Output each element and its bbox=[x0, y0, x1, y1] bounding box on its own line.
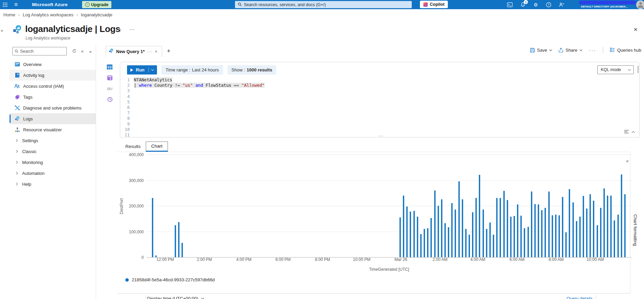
query-tab-more-icon[interactable]: ··· bbox=[147, 49, 153, 54]
sidebar-item-automation[interactable]: Automation bbox=[10, 168, 96, 179]
chart-bar[interactable] bbox=[624, 194, 626, 257]
breadcrumb-workspaces[interactable]: Log Analytics workspaces bbox=[23, 12, 74, 17]
chart-bar[interactable] bbox=[548, 192, 550, 257]
chart-bar[interactable] bbox=[420, 234, 422, 257]
chart-bar[interactable] bbox=[541, 210, 543, 257]
editor-line[interactable]: 3 bbox=[120, 88, 632, 94]
settings-gear-icon[interactable]: ⚙ bbox=[533, 2, 539, 8]
panel-expand-icon[interactable]: » bbox=[1, 28, 3, 33]
chart-bar[interactable] bbox=[406, 206, 408, 257]
editor-line[interactable]: 9 bbox=[120, 121, 632, 127]
display-time-selector[interactable]: Display time (UTC+00:00) bbox=[147, 296, 204, 299]
hamburger-icon[interactable]: ≡ bbox=[10, 1, 22, 8]
editor-resize-handle[interactable]: ⋯ bbox=[378, 133, 383, 138]
chart-bar[interactable] bbox=[593, 201, 594, 257]
tables-pane-icon[interactable] bbox=[106, 63, 113, 70]
chart-bar[interactable] bbox=[610, 196, 612, 257]
chart-bar[interactable] bbox=[621, 175, 622, 257]
chart-bar[interactable] bbox=[579, 217, 581, 257]
chart-bar[interactable] bbox=[569, 189, 570, 257]
chart-bar[interactable] bbox=[427, 228, 428, 257]
favorite-star-icon[interactable]: ☆ bbox=[117, 27, 122, 33]
chart-bar[interactable] bbox=[565, 232, 567, 257]
chart-bar[interactable] bbox=[175, 225, 176, 257]
editor-line[interactable]: 10 bbox=[120, 127, 632, 132]
chart-bar[interactable] bbox=[475, 198, 477, 257]
copilot-button[interactable]: Copilot bbox=[420, 1, 448, 8]
sidebar-item-classic[interactable]: Classic bbox=[10, 146, 96, 157]
notifications-bell-icon[interactable]: 1 bbox=[520, 2, 526, 8]
title-more-icon[interactable]: ⋯ bbox=[129, 27, 135, 33]
editor-line[interactable]: 8 bbox=[120, 116, 632, 121]
new-tab-icon[interactable]: + bbox=[167, 48, 171, 55]
help-icon[interactable]: ? bbox=[546, 2, 552, 8]
query-details-link[interactable]: Query details bbox=[566, 296, 593, 299]
chart-bar[interactable] bbox=[517, 204, 518, 257]
chart-bar[interactable] bbox=[451, 203, 453, 257]
chart-bar[interactable] bbox=[500, 198, 501, 257]
chart-bar[interactable] bbox=[503, 191, 505, 257]
chart-bar[interactable] bbox=[182, 243, 183, 257]
chart-bar[interactable] bbox=[597, 225, 598, 257]
chart-bar[interactable] bbox=[444, 223, 446, 257]
editor-scrollbar[interactable] bbox=[638, 66, 639, 73]
chart-bar[interactable] bbox=[479, 175, 480, 257]
chart-bar[interactable] bbox=[493, 235, 494, 257]
sidebar-item-resource-visualizer[interactable]: Resource visualizer bbox=[10, 124, 96, 135]
sidebar-item-settings[interactable]: Settings bbox=[10, 135, 96, 146]
show-results-picker[interactable]: Show : 1000 results bbox=[227, 65, 277, 74]
sidebar-item-logs[interactable]: Logs bbox=[10, 113, 96, 124]
chart-bar[interactable] bbox=[586, 209, 587, 257]
query-tab[interactable]: New Query 1* ··· × bbox=[106, 46, 162, 57]
editor-line[interactable]: 7 bbox=[120, 110, 632, 116]
queries-hub-button[interactable]: Queries hub bbox=[610, 48, 641, 53]
time-range-picker[interactable]: Time range : Last 24 hours bbox=[161, 65, 223, 74]
chart-bar[interactable] bbox=[534, 204, 536, 257]
chart-bar[interactable] bbox=[576, 221, 577, 257]
breadcrumb-home[interactable]: Home bbox=[3, 12, 15, 17]
share-button[interactable]: Share bbox=[559, 48, 582, 53]
more-actions-icon[interactable]: ··· bbox=[589, 47, 596, 53]
editor-collapse-icon[interactable] bbox=[632, 131, 635, 134]
chart-bar[interactable] bbox=[559, 215, 560, 257]
functions-pane-icon[interactable]: {fx} bbox=[106, 85, 113, 92]
chart-sidebar-collapse-icon[interactable]: « bbox=[626, 158, 629, 164]
query-tab-close-icon[interactable]: × bbox=[155, 49, 157, 54]
chart-bar[interactable] bbox=[413, 211, 415, 257]
chart-bar[interactable] bbox=[538, 204, 539, 257]
kql-editor[interactable]: 1NTANetAnalytics2| where Country != "us"… bbox=[120, 77, 632, 137]
chart-bar[interactable] bbox=[438, 206, 439, 257]
save-dropdown-icon[interactable] bbox=[549, 48, 552, 51]
refresh-icon[interactable] bbox=[72, 48, 76, 54]
chart-bar[interactable] bbox=[462, 199, 463, 257]
chart-bar[interactable] bbox=[507, 200, 508, 257]
chart-bar[interactable] bbox=[600, 208, 601, 257]
chart-bar[interactable] bbox=[403, 196, 404, 257]
sidebar-item-monitoring[interactable]: Monitoring bbox=[10, 157, 96, 168]
chart-bar[interactable] bbox=[562, 197, 563, 257]
bar-chart-plot[interactable] bbox=[146, 155, 632, 258]
chart-bar[interactable] bbox=[430, 218, 432, 258]
chart-bar[interactable] bbox=[614, 220, 615, 257]
chart-bar[interactable] bbox=[607, 196, 608, 257]
chart-bar[interactable] bbox=[472, 212, 473, 257]
chart-bar[interactable] bbox=[455, 210, 456, 257]
sidebar-collapse-icon[interactable]: « bbox=[81, 49, 83, 54]
sidebar-item-help[interactable]: Help bbox=[10, 179, 96, 189]
global-search-input[interactable] bbox=[244, 2, 409, 7]
share-dropdown-icon[interactable] bbox=[580, 48, 582, 51]
chart-bar[interactable] bbox=[545, 208, 546, 257]
query-history-icon[interactable] bbox=[106, 96, 113, 103]
chart-bar[interactable] bbox=[152, 198, 153, 257]
chart-legend[interactable]: 21858d4f-5e5a-46cd-9933-227c597db66d bbox=[125, 277, 215, 282]
upgrade-button[interactable]: ↑ Upgrade bbox=[82, 1, 112, 8]
chart-bar[interactable] bbox=[555, 215, 556, 257]
tabs-collapse-icon[interactable]: « bbox=[89, 49, 92, 54]
sidebar-item-diagnose-and-solve-problems[interactable]: Diagnose and solve problems bbox=[10, 102, 96, 113]
account-menu[interactable]: DEFAULT DIRECTORY (ADJEGBEK... bbox=[579, 0, 636, 9]
chart-bar[interactable] bbox=[583, 196, 584, 257]
tab-results[interactable]: Results bbox=[125, 144, 141, 149]
chart-bar[interactable] bbox=[458, 181, 460, 257]
run-button[interactable]: Run bbox=[127, 65, 157, 74]
editor-line[interactable]: 6 bbox=[120, 105, 632, 110]
